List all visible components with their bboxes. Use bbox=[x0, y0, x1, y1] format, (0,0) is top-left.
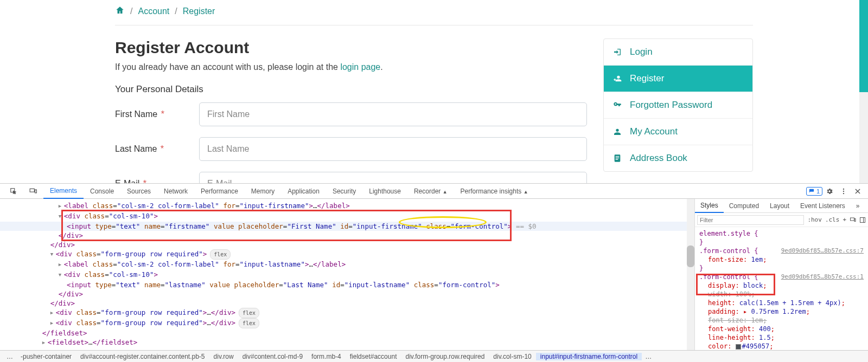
crumb[interactable]: div#content.col-md-9 bbox=[238, 353, 307, 360]
gear-icon[interactable] bbox=[825, 186, 834, 196]
stab-computed[interactable]: Computed bbox=[724, 199, 764, 212]
breadcrumb-register[interactable]: Register bbox=[183, 7, 215, 16]
dom-line[interactable]: </div> bbox=[0, 231, 694, 240]
sidebar-item-label: Address Book bbox=[630, 153, 687, 164]
dom-line[interactable]: </fieldset> bbox=[0, 328, 694, 338]
sidebar-item-label: My Account bbox=[630, 126, 678, 137]
breadcrumb-sep: / bbox=[175, 7, 177, 16]
user-icon bbox=[612, 127, 622, 137]
dom-scroll-thumb[interactable] bbox=[687, 245, 694, 267]
sidebar-item-label: Register bbox=[630, 73, 664, 84]
breadcrumb-account[interactable]: Account bbox=[138, 7, 169, 16]
firstname-input[interactable] bbox=[199, 102, 587, 126]
stab-styles[interactable]: Styles bbox=[695, 199, 724, 213]
breadcrumb-home[interactable] bbox=[115, 5, 125, 17]
dom-line-selected[interactable]: <input type="text" name="firstname" valu… bbox=[0, 222, 694, 231]
svg-point-5 bbox=[843, 192, 844, 193]
dom-line[interactable]: <input type="text" name="lastname" value… bbox=[0, 280, 694, 289]
email-label: E-Mail * bbox=[115, 179, 199, 183]
dom-line[interactable]: </div> bbox=[0, 299, 694, 308]
sidebar-item-account[interactable]: My Account bbox=[604, 119, 752, 145]
dom-line[interactable]: <div class="form-group row required">…</… bbox=[0, 308, 694, 318]
stab-events[interactable]: Event Listeners bbox=[795, 199, 851, 212]
panel-toggle-icon[interactable] bbox=[859, 217, 866, 223]
sidebar-item-label: Login bbox=[630, 47, 653, 57]
tab-lighthouse[interactable]: Lighthouse bbox=[362, 184, 407, 198]
field-lastname: Last Name * bbox=[115, 137, 587, 161]
kebab-icon[interactable] bbox=[839, 186, 848, 196]
tab-recorder[interactable]: Recorder ▲ bbox=[407, 184, 454, 198]
crumb[interactable]: form.mb-4 bbox=[307, 353, 346, 360]
tab-console[interactable]: Console bbox=[84, 184, 120, 198]
cls-toggle[interactable]: .cls bbox=[825, 216, 840, 223]
crumb[interactable]: div.row bbox=[209, 353, 238, 360]
hov-toggle[interactable]: :hov bbox=[807, 216, 822, 223]
field-email: E-Mail * bbox=[115, 172, 587, 183]
dom-line[interactable]: <fieldset>…</fieldset> bbox=[0, 338, 694, 348]
login-page-link[interactable]: login page bbox=[340, 62, 380, 72]
close-icon[interactable] bbox=[853, 186, 863, 196]
tab-performance[interactable]: Performance bbox=[194, 184, 245, 198]
page-title: Register Account bbox=[115, 38, 587, 57]
tab-memory[interactable]: Memory bbox=[245, 184, 281, 198]
tab-sources[interactable]: Sources bbox=[120, 184, 157, 198]
rule-selector: element.style { bbox=[699, 230, 758, 237]
crumb[interactable]: div#account-register.container.content.p… bbox=[76, 353, 209, 360]
sidebar-item-address[interactable]: Address Book bbox=[604, 145, 752, 171]
crumb[interactable]: -pusher-container bbox=[16, 353, 76, 360]
dom-line[interactable]: </div> bbox=[0, 240, 694, 249]
error-badge[interactable]: 1 bbox=[806, 187, 822, 196]
lastname-label: Last Name * bbox=[115, 144, 199, 154]
tab-security[interactable]: Security bbox=[326, 184, 362, 198]
lastname-input[interactable] bbox=[199, 137, 587, 161]
svg-rect-2 bbox=[35, 190, 37, 193]
tab-application[interactable]: Application bbox=[281, 184, 326, 198]
svg-point-4 bbox=[843, 190, 844, 191]
dom-line[interactable]: <div class="col-sm-10"> bbox=[0, 211, 694, 222]
sidebar-item-register[interactable]: Register bbox=[604, 66, 752, 92]
crumb[interactable]: fieldset#account bbox=[346, 353, 401, 360]
crumb-selected[interactable]: input#input-firstname.form-control bbox=[536, 353, 642, 360]
stab-more[interactable]: » bbox=[851, 199, 865, 212]
crumb-more[interactable]: … bbox=[3, 353, 16, 360]
new-rule-icon[interactable]: + bbox=[843, 216, 846, 223]
crumb[interactable]: div.form-group.row.required bbox=[401, 353, 489, 360]
styles-tabbar: Styles Computed Layout Event Listeners » bbox=[695, 199, 868, 213]
dom-breadcrumbs: … -pusher-container div#account-register… bbox=[0, 350, 868, 362]
dom-line[interactable]: <div class="form-group row required">fle… bbox=[0, 249, 694, 260]
inspect-icon[interactable] bbox=[9, 186, 18, 196]
page-scrollbar-thumb[interactable] bbox=[859, 0, 868, 92]
device-icon[interactable] bbox=[850, 217, 856, 223]
crumb[interactable]: div.col-sm-10 bbox=[489, 353, 535, 360]
email-input[interactable] bbox=[199, 172, 587, 183]
page-scrollbar-track[interactable] bbox=[859, 0, 868, 183]
dom-scrollbar[interactable] bbox=[687, 199, 694, 350]
firstname-label: First Name * bbox=[115, 109, 199, 119]
dom-line[interactable]: </div> bbox=[0, 289, 694, 299]
account-sidebar: Login Register Forgotten Password My Acc… bbox=[603, 38, 753, 172]
stab-layout[interactable]: Layout bbox=[764, 199, 795, 212]
sidebar-item-login[interactable]: Login bbox=[604, 39, 752, 66]
intro-text: If you already have an account with us, … bbox=[115, 62, 587, 72]
sidebar-item-forgotten[interactable]: Forgotten Password bbox=[604, 92, 752, 119]
dom-line[interactable]: <label class="col-sm-2 col-form-label" f… bbox=[0, 201, 694, 211]
tab-perfinsights[interactable]: Performance insights ▲ bbox=[454, 184, 535, 198]
rule-source[interactable]: 9ed09db6f85…8b57e.css:7 bbox=[781, 247, 864, 255]
device-icon[interactable] bbox=[28, 186, 38, 196]
styles-filter-input[interactable] bbox=[697, 215, 804, 225]
rule-selector: .form-control { bbox=[699, 247, 758, 255]
dom-line[interactable]: <div class="form-group row required">…</… bbox=[0, 318, 694, 328]
key-icon bbox=[612, 100, 622, 110]
rule-brace: } bbox=[699, 238, 703, 246]
tab-elements[interactable]: Elements bbox=[43, 184, 84, 199]
devtools-tabbar: Elements Console Sources Network Perform… bbox=[0, 184, 868, 199]
dom-line[interactable]: <label class="col-sm-2 col-form-label" f… bbox=[0, 260, 694, 270]
elements-panel[interactable]: <label class="col-sm-2 col-form-label" f… bbox=[0, 199, 694, 350]
rule-source[interactable]: 9ed09db6f85…8b57e.css:1 bbox=[781, 273, 864, 281]
tab-network[interactable]: Network bbox=[157, 184, 194, 198]
styles-rules[interactable]: element.style { } 9ed09db6f85…8b57e.css:… bbox=[695, 227, 868, 350]
fieldset-legend: Your Personal Details bbox=[115, 84, 587, 95]
dom-line[interactable]: <div class="col-sm-10"> bbox=[0, 270, 694, 280]
crumb-more[interactable]: … bbox=[642, 353, 655, 360]
rule-selector: .form-control { bbox=[699, 273, 758, 281]
